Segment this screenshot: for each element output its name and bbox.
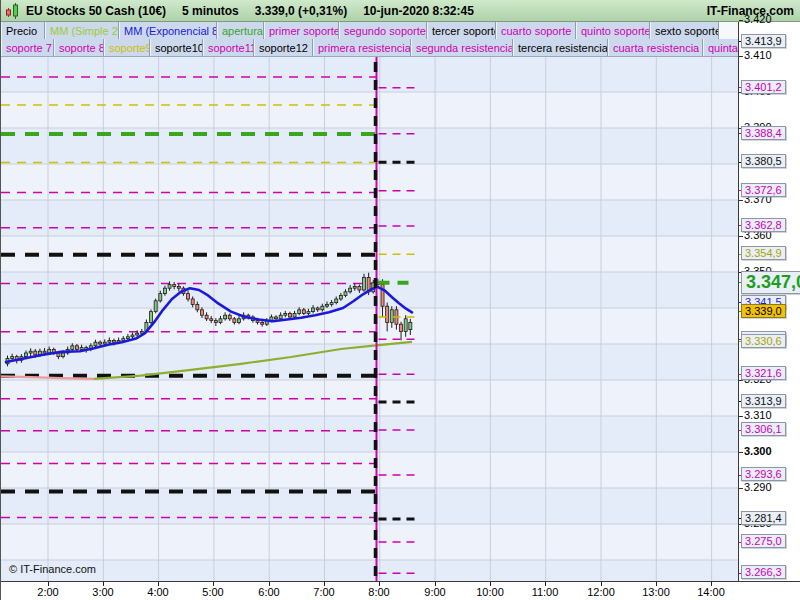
candle-body [325,304,328,306]
legend-item-mm-exponencial-8-[interactable]: MM (Exponencial 8) [119,22,217,39]
time-label-11-00: 11:00 [523,586,567,598]
price-tick-mark [739,236,743,237]
price-tick-mark [739,200,743,201]
candle-body [400,324,403,331]
candle-body [126,337,129,339]
legend-item-tercera-resistencia[interactable]: tercera resistencia [513,39,608,56]
price-axis[interactable]: 3.4203.4103.4003.3903.3703.3603.3503.320… [738,22,800,581]
time-label-14-00: 14:00 [689,586,733,598]
level-price-label: 3.388,4 [741,126,786,140]
time-label-4-00: 4:00 [136,586,180,598]
candle-body [103,342,106,344]
candle-body [25,353,28,357]
candle-body [131,335,134,337]
price-tick-3.310: 3.310 [744,409,772,421]
timeframe: 5 minutos [182,4,239,18]
candle-body [344,292,347,296]
legend-item-sexto-soporte[interactable]: sexto soporte [650,22,719,39]
candle-body [210,319,213,321]
legend-item-precio[interactable]: Precio [1,22,45,39]
legend-item-primera-resistencia[interactable]: primera resistencia [313,39,411,56]
candle-body [307,312,310,314]
candle-body [353,286,356,288]
price-tick-mark [739,20,743,21]
background-band [1,164,738,200]
level-price-label: 3.413,9 [741,34,786,48]
time-label-3-00: 3:00 [81,586,125,598]
background-band [1,308,738,344]
candle-body [312,308,315,312]
candle-body [173,285,176,287]
background-band [1,416,738,452]
background-band [1,56,738,92]
legend-item-soporte-8[interactable]: soporte 8 [54,39,104,56]
candle-body [284,313,287,315]
candle-body [154,301,157,312]
candle-body [136,333,139,335]
chart-area[interactable]: © IT-Finance.com [1,22,738,581]
background-band [1,92,738,128]
background-band [1,200,738,236]
candle-body [108,340,111,342]
legend-item-segunda-resistencia[interactable]: segunda resistencia [411,39,513,56]
legend-item-soporte10[interactable]: soporte10 [150,39,203,56]
time-label-9-00: 9:00 [413,586,457,598]
legend-item-primer-soporte[interactable]: primer soporte [264,22,339,39]
candle-body [71,346,74,350]
time-axis[interactable]: 2:003:004:005:006:007:008:009:0010:0011:… [1,581,800,600]
candle-body [159,294,162,301]
time-label-2-00: 2:00 [26,586,70,598]
price-tick-3.420: 3.420 [744,13,772,25]
datetime: 10-jun-2020 8:32:45 [363,4,474,18]
level-price-label: 3.321,6 [741,366,786,380]
candle-body [261,322,264,324]
level-price-label: 3.330,6 [741,334,786,348]
price-tick-mark [739,452,743,453]
candle-body [275,317,278,319]
candle-body [214,321,217,323]
legend-item-quinta-resistencia[interactable]: quinta resistencia [703,39,738,56]
time-label-8-00: 8:00 [357,586,401,598]
background-band [1,452,738,488]
candle-body [330,303,333,305]
legend-item-cuarto-soporte[interactable]: cuarto soporte [496,22,576,39]
legend-item-soporte-7[interactable]: soporte 7 [1,39,54,56]
candle-body [34,351,37,355]
trading-chart-window: EU Stocks 50 Cash (10€) 5 minutos 3.339,… [0,0,800,600]
level-price-label: 3.281,4 [741,511,786,525]
price-tick-mark [739,416,743,417]
background-band [1,524,738,560]
legend-item-mm-simple-200-[interactable]: MM (Simple 200) [45,22,119,39]
candle-body [219,319,222,323]
candle-body [177,286,180,288]
candle-body [404,319,407,332]
candle-body [200,310,203,315]
candle-body [196,304,199,309]
candle-body [256,321,259,323]
legend-item-segundo-soporte[interactable]: segundo soporte [339,22,427,39]
candle-body [316,308,319,310]
level-price-label: 3.293,6 [741,467,786,481]
background-band [1,560,738,581]
level-price-label: 3.354,9 [741,246,786,260]
time-label-7-00: 7:00 [302,586,346,598]
title-bar: EU Stocks 50 Cash (10€) 5 minutos 3.339,… [1,0,800,22]
candle-body [168,285,171,289]
legend-item-apertura[interactable]: apertura [217,22,264,39]
candle-body [150,312,153,323]
candlestick-chart[interactable] [1,22,738,581]
legend-item-soporte9[interactable]: soporte9 [104,39,150,56]
time-label-13-00: 13:00 [634,586,678,598]
level-price-label: 3.306,1 [741,422,786,436]
candle-body [11,357,14,359]
candle-body [288,313,291,317]
candle-body [112,340,115,342]
legend-item-cuarta-resistencia[interactable]: cuarta resistencia [608,39,703,56]
legend-item-soporte11[interactable]: soporte11 [203,39,254,56]
price-tick-mark [739,488,743,489]
legend-item-soporte12[interactable]: soporte12 [254,39,313,56]
legend-item-tercer-soporte[interactable]: tercer soporte [427,22,496,39]
candle-body [228,315,231,319]
legend-item-quinto-soporte[interactable]: quinto soporte [576,22,650,39]
price-tick-3.410: 3.410 [744,49,772,61]
